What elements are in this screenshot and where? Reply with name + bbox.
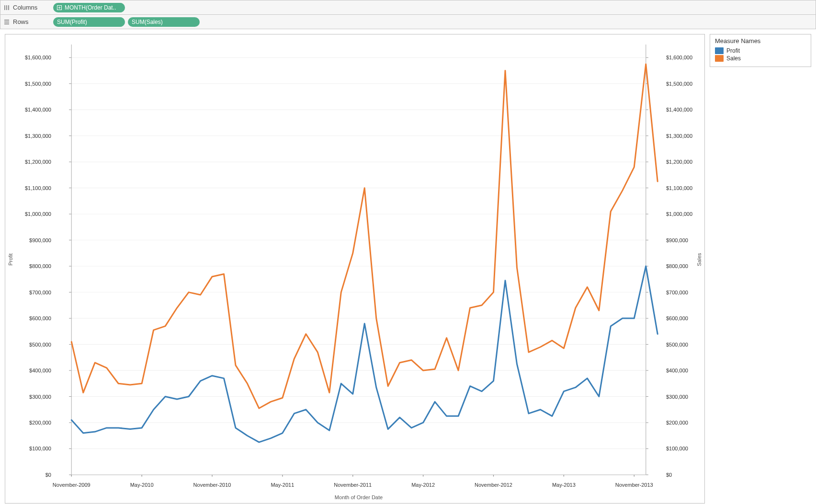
main-area: Profit $0$100,000$200,000$300,000$400,00…	[0, 29, 816, 504]
y-tick-label: $900,000	[666, 237, 688, 243]
y-tick-label: $600,000	[29, 315, 51, 321]
y-tick-label: $100,000	[29, 446, 51, 451]
legend-label: Profit	[726, 47, 740, 54]
pill-sum-sales[interactable]: SUM(Sales)	[128, 17, 200, 27]
pill-label: MONTH(Order Dat..	[65, 4, 116, 11]
y-tick-label: $1,400,000	[666, 107, 692, 112]
y-axis-left-ticks: $0$100,000$200,000$300,000$400,000$500,0…	[16, 39, 53, 480]
y-tick-label: $100,000	[666, 446, 688, 451]
y-tick-label: $1,600,000	[25, 55, 51, 60]
y-tick-label: $300,000	[29, 394, 51, 400]
y-tick-label: $500,000	[29, 342, 51, 347]
x-tick-label: November-2013	[615, 482, 653, 488]
y-tick-label: $800,000	[29, 263, 51, 269]
chart-frame[interactable]: Profit $0$100,000$200,000$300,000$400,00…	[5, 34, 705, 504]
rows-shelf-label: Rows	[3, 18, 53, 25]
x-tick-label: November-2010	[193, 482, 231, 488]
x-tick-label: May-2013	[552, 482, 576, 488]
pill-sum-profit[interactable]: SUM(Profit)	[53, 17, 125, 27]
y-tick-label: $700,000	[666, 290, 688, 295]
y-axis-left-title: Profit	[5, 39, 16, 480]
shelves: Columns MONTH(Order Dat.. Rows SUM(Profi…	[0, 0, 816, 29]
y-tick-label: $1,200,000	[666, 159, 692, 165]
x-tick-label: November-2012	[475, 482, 512, 488]
y-tick-label: $1,200,000	[25, 159, 51, 165]
legend-label: Sales	[726, 55, 741, 62]
x-tick-label: May-2012	[411, 482, 435, 488]
y-tick-label: $400,000	[666, 368, 688, 373]
y-tick-label: $0	[45, 472, 51, 478]
y-tick-label: $1,000,000	[25, 211, 51, 217]
x-tick-label: May-2010	[130, 482, 154, 488]
y-tick-label: $1,100,000	[666, 185, 692, 191]
y-axis-right-title: Sales	[694, 39, 704, 480]
y-tick-label: $300,000	[666, 394, 688, 400]
x-tick-label: November-2009	[53, 482, 91, 488]
y-tick-label: $700,000	[29, 290, 51, 295]
plus-box-icon	[57, 5, 62, 10]
y-tick-label: $1,400,000	[25, 107, 51, 112]
y-tick-label: $500,000	[666, 342, 688, 347]
y-tick-label: $0	[666, 472, 672, 478]
y-tick-label: $900,000	[29, 237, 51, 243]
shelf-label: Columns	[13, 4, 37, 11]
rows-shelf[interactable]: Rows SUM(Profit) SUM(Sales)	[0, 15, 816, 29]
rows-icon	[3, 19, 10, 25]
legend-item-profit[interactable]: Profit	[715, 47, 806, 54]
y-tick-label: $200,000	[666, 420, 688, 426]
pill-label: SUM(Profit)	[57, 19, 87, 25]
columns-shelf[interactable]: Columns MONTH(Order Dat..	[0, 0, 816, 15]
y-tick-label: $200,000	[29, 420, 51, 426]
pill-month-order-date[interactable]: MONTH(Order Dat..	[53, 3, 125, 12]
y-tick-label: $600,000	[666, 315, 688, 321]
pill-label: SUM(Sales)	[132, 19, 163, 25]
legend-title: Measure Names	[715, 37, 806, 45]
x-axis-ticks: November-2009May-2010November-2010May-20…	[53, 480, 664, 494]
y-tick-label: $1,000,000	[666, 211, 692, 217]
shelf-label: Rows	[13, 18, 29, 25]
y-tick-label: $1,100,000	[25, 185, 51, 191]
y-axis-right-ticks: $0$100,000$200,000$300,000$400,000$500,0…	[664, 39, 694, 480]
x-tick-label: May-2011	[271, 482, 294, 488]
legend-item-sales[interactable]: Sales	[715, 55, 806, 62]
legend-swatch-profit	[715, 47, 724, 54]
columns-shelf-label: Columns	[3, 4, 53, 11]
y-tick-label: $1,600,000	[666, 55, 692, 60]
y-tick-label: $1,300,000	[666, 133, 692, 139]
chart-plot-area[interactable]	[53, 39, 664, 480]
y-tick-label: $1,300,000	[25, 133, 51, 139]
x-axis-title: Month of Order Date	[53, 494, 664, 503]
columns-icon	[3, 4, 10, 11]
legend-swatch-sales	[715, 55, 724, 62]
y-tick-label: $1,500,000	[25, 81, 51, 87]
x-tick-label: November-2011	[334, 482, 372, 488]
y-tick-label: $800,000	[666, 263, 688, 269]
y-tick-label: $1,500,000	[666, 81, 692, 87]
y-tick-label: $400,000	[29, 368, 51, 373]
legend-panel[interactable]: Measure Names Profit Sales	[710, 34, 811, 67]
